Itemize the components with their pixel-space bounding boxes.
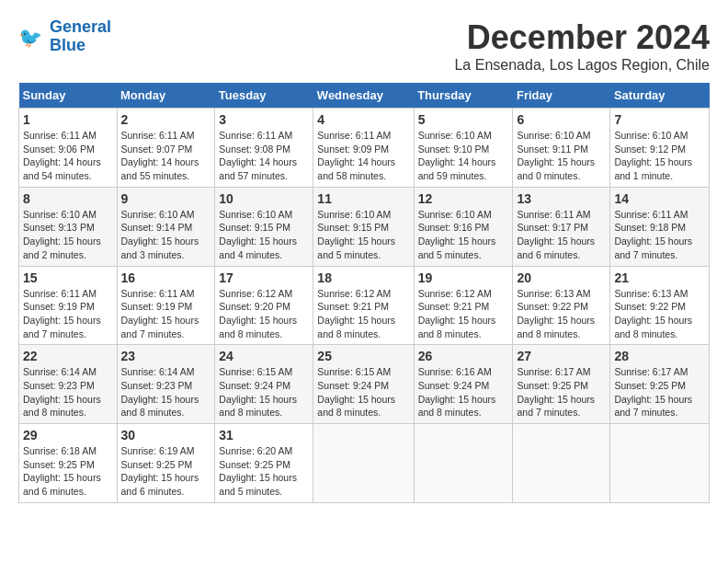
- day-info: Sunrise: 6:11 AM Sunset: 9:09 PM Dayligh…: [317, 129, 409, 183]
- calendar-cell: 3Sunrise: 6:11 AM Sunset: 9:08 PM Daylig…: [215, 109, 313, 188]
- day-number: 12: [418, 191, 509, 206]
- calendar-cell: 20Sunrise: 6:13 AM Sunset: 9:22 PM Dayli…: [513, 266, 610, 345]
- day-number: 18: [317, 270, 409, 285]
- calendar-header-saturday: Saturday: [610, 83, 710, 109]
- calendar-cell: 21Sunrise: 6:13 AM Sunset: 9:22 PM Dayli…: [610, 266, 710, 345]
- calendar-cell: 15Sunrise: 6:11 AM Sunset: 9:19 PM Dayli…: [19, 266, 118, 345]
- day-number: 9: [121, 191, 211, 206]
- calendar-header-row: SundayMondayTuesdayWednesdayThursdayFrid…: [19, 83, 710, 109]
- day-info: Sunrise: 6:12 AM Sunset: 9:20 PM Dayligh…: [219, 287, 309, 341]
- day-number: 26: [418, 349, 509, 363]
- day-info: Sunrise: 6:16 AM Sunset: 9:24 PM Dayligh…: [418, 365, 509, 419]
- calendar-cell: [414, 424, 513, 503]
- calendar-cell: 17Sunrise: 6:12 AM Sunset: 9:20 PM Dayli…: [215, 266, 313, 345]
- day-number: 8: [23, 191, 113, 206]
- day-number: 21: [614, 270, 705, 285]
- calendar-cell: 6Sunrise: 6:10 AM Sunset: 9:11 PM Daylig…: [513, 109, 610, 188]
- day-number: 19: [418, 270, 509, 285]
- page-header: 🐦 General Blue December 2024 La Ensenada…: [18, 18, 710, 74]
- calendar-cell: 27Sunrise: 6:17 AM Sunset: 9:25 PM Dayli…: [513, 345, 610, 424]
- day-info: Sunrise: 6:10 AM Sunset: 9:12 PM Dayligh…: [614, 129, 705, 183]
- day-info: Sunrise: 6:14 AM Sunset: 9:23 PM Dayligh…: [121, 365, 211, 419]
- day-info: Sunrise: 6:10 AM Sunset: 9:16 PM Dayligh…: [418, 208, 509, 262]
- calendar-week-1: 1Sunrise: 6:11 AM Sunset: 9:06 PM Daylig…: [19, 109, 710, 188]
- calendar-cell: 4Sunrise: 6:11 AM Sunset: 9:09 PM Daylig…: [313, 109, 414, 188]
- calendar-header-sunday: Sunday: [19, 83, 118, 109]
- calendar-header-tuesday: Tuesday: [215, 83, 313, 109]
- day-info: Sunrise: 6:12 AM Sunset: 9:21 PM Dayligh…: [418, 287, 509, 341]
- calendar-cell: 22Sunrise: 6:14 AM Sunset: 9:23 PM Dayli…: [19, 345, 118, 424]
- day-number: 24: [219, 349, 309, 363]
- calendar-cell: 19Sunrise: 6:12 AM Sunset: 9:21 PM Dayli…: [414, 266, 513, 345]
- calendar-cell: [610, 424, 710, 503]
- day-number: 10: [219, 191, 309, 206]
- day-info: Sunrise: 6:11 AM Sunset: 9:07 PM Dayligh…: [121, 129, 211, 183]
- logo-text: General Blue: [50, 18, 111, 55]
- month-title: December 2024: [454, 18, 710, 57]
- day-number: 29: [23, 428, 113, 442]
- calendar-table: SundayMondayTuesdayWednesdayThursdayFrid…: [18, 83, 710, 503]
- calendar-cell: 12Sunrise: 6:10 AM Sunset: 9:16 PM Dayli…: [414, 187, 513, 266]
- day-number: 13: [517, 191, 606, 206]
- day-info: Sunrise: 6:10 AM Sunset: 9:15 PM Dayligh…: [219, 208, 309, 262]
- day-info: Sunrise: 6:19 AM Sunset: 9:25 PM Dayligh…: [121, 444, 211, 499]
- calendar-cell: 9Sunrise: 6:10 AM Sunset: 9:14 PM Daylig…: [117, 187, 215, 266]
- day-info: Sunrise: 6:13 AM Sunset: 9:22 PM Dayligh…: [517, 287, 606, 341]
- day-info: Sunrise: 6:10 AM Sunset: 9:11 PM Dayligh…: [517, 129, 606, 183]
- calendar-week-2: 8Sunrise: 6:10 AM Sunset: 9:13 PM Daylig…: [19, 187, 710, 266]
- day-info: Sunrise: 6:10 AM Sunset: 9:10 PM Dayligh…: [418, 129, 509, 183]
- calendar-cell: 11Sunrise: 6:10 AM Sunset: 9:15 PM Dayli…: [313, 187, 414, 266]
- day-number: 11: [317, 191, 409, 206]
- day-info: Sunrise: 6:11 AM Sunset: 9:06 PM Dayligh…: [23, 129, 113, 183]
- day-number: 2: [121, 112, 211, 127]
- day-info: Sunrise: 6:10 AM Sunset: 9:13 PM Dayligh…: [23, 208, 113, 262]
- day-number: 15: [23, 270, 113, 285]
- day-number: 17: [219, 270, 309, 285]
- day-info: Sunrise: 6:17 AM Sunset: 9:25 PM Dayligh…: [614, 365, 705, 419]
- day-number: 4: [317, 112, 409, 127]
- day-info: Sunrise: 6:20 AM Sunset: 9:25 PM Dayligh…: [219, 444, 309, 499]
- day-info: Sunrise: 6:11 AM Sunset: 9:19 PM Dayligh…: [121, 287, 211, 341]
- day-number: 16: [121, 270, 211, 285]
- title-section: December 2024 La Ensenada, Los Lagos Reg…: [454, 18, 710, 74]
- calendar-header-wednesday: Wednesday: [313, 83, 414, 109]
- calendar-cell: 5Sunrise: 6:10 AM Sunset: 9:10 PM Daylig…: [414, 109, 513, 188]
- day-number: 1: [23, 112, 113, 127]
- day-number: 23: [121, 349, 211, 363]
- location-title: La Ensenada, Los Lagos Region, Chile: [454, 57, 710, 74]
- day-info: Sunrise: 6:18 AM Sunset: 9:25 PM Dayligh…: [23, 444, 113, 499]
- day-number: 6: [517, 112, 606, 127]
- calendar-header-thursday: Thursday: [414, 83, 513, 109]
- calendar-cell: 16Sunrise: 6:11 AM Sunset: 9:19 PM Dayli…: [117, 266, 215, 345]
- calendar-cell: 7Sunrise: 6:10 AM Sunset: 9:12 PM Daylig…: [610, 109, 710, 188]
- calendar-cell: 25Sunrise: 6:15 AM Sunset: 9:24 PM Dayli…: [313, 345, 414, 424]
- calendar-header-monday: Monday: [117, 83, 215, 109]
- calendar-cell: 23Sunrise: 6:14 AM Sunset: 9:23 PM Dayli…: [117, 345, 215, 424]
- logo-icon: 🐦: [18, 23, 46, 51]
- calendar-cell: [313, 424, 414, 503]
- day-number: 7: [614, 112, 705, 127]
- calendar-cell: 30Sunrise: 6:19 AM Sunset: 9:25 PM Dayli…: [117, 424, 215, 503]
- day-number: 22: [23, 349, 113, 363]
- day-info: Sunrise: 6:11 AM Sunset: 9:18 PM Dayligh…: [614, 208, 705, 262]
- calendar-cell: 31Sunrise: 6:20 AM Sunset: 9:25 PM Dayli…: [215, 424, 313, 503]
- calendar-header-friday: Friday: [513, 83, 610, 109]
- day-number: 14: [614, 191, 705, 206]
- day-info: Sunrise: 6:15 AM Sunset: 9:24 PM Dayligh…: [317, 365, 409, 419]
- day-info: Sunrise: 6:15 AM Sunset: 9:24 PM Dayligh…: [219, 365, 309, 419]
- calendar-cell: 14Sunrise: 6:11 AM Sunset: 9:18 PM Dayli…: [610, 187, 710, 266]
- calendar-cell: 28Sunrise: 6:17 AM Sunset: 9:25 PM Dayli…: [610, 345, 710, 424]
- day-info: Sunrise: 6:10 AM Sunset: 9:15 PM Dayligh…: [317, 208, 409, 262]
- calendar-week-3: 15Sunrise: 6:11 AM Sunset: 9:19 PM Dayli…: [19, 266, 710, 345]
- day-info: Sunrise: 6:14 AM Sunset: 9:23 PM Dayligh…: [23, 365, 113, 419]
- calendar-cell: 2Sunrise: 6:11 AM Sunset: 9:07 PM Daylig…: [117, 109, 215, 188]
- day-number: 20: [517, 270, 606, 285]
- logo: 🐦 General Blue: [18, 18, 111, 55]
- day-info: Sunrise: 6:11 AM Sunset: 9:19 PM Dayligh…: [23, 287, 113, 341]
- day-info: Sunrise: 6:11 AM Sunset: 9:08 PM Dayligh…: [219, 129, 309, 183]
- day-info: Sunrise: 6:17 AM Sunset: 9:25 PM Dayligh…: [517, 365, 606, 419]
- svg-text:🐦: 🐦: [18, 25, 43, 49]
- day-info: Sunrise: 6:12 AM Sunset: 9:21 PM Dayligh…: [317, 287, 409, 341]
- calendar-week-4: 22Sunrise: 6:14 AM Sunset: 9:23 PM Dayli…: [19, 345, 710, 424]
- calendar-cell: 29Sunrise: 6:18 AM Sunset: 9:25 PM Dayli…: [19, 424, 118, 503]
